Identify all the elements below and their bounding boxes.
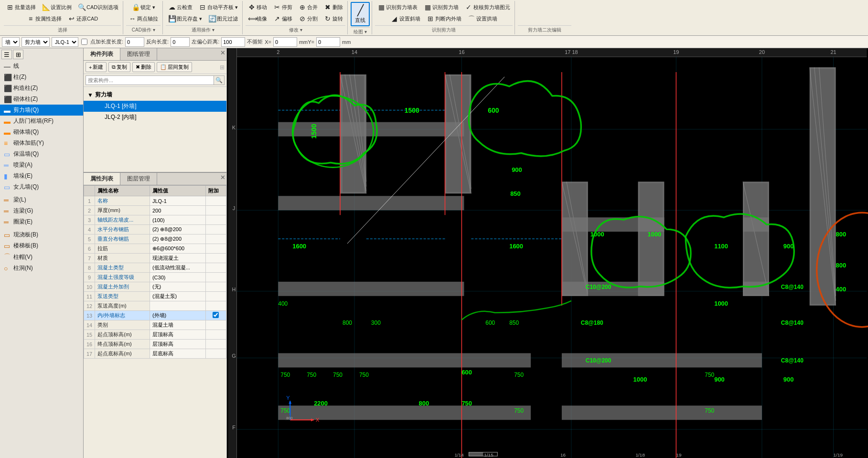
sidebar-list-view-btn[interactable]: ☰	[1, 50, 12, 59]
check-shear-button[interactable]: ✓ 校核剪力墙图元	[462, 2, 513, 12]
jlq-type-select[interactable]: JLQ-1	[52, 37, 78, 47]
prop-extra[interactable]	[205, 234, 226, 244]
tab-layer-mgmt2[interactable]: 图层管理	[120, 173, 157, 185]
prop-name[interactable]: 泵送类型	[95, 292, 150, 301]
prop-extra[interactable]	[205, 282, 226, 292]
tab-attr-list[interactable]: 属性列表	[84, 173, 120, 185]
cad-canvas[interactable]: 2 14 16 17 18 19 20 21 K J H G F	[227, 48, 868, 458]
sidebar-item-wall-stack[interactable]: ▮ 墙垛(E)	[0, 170, 83, 181]
auto-balance-button[interactable]: ⊟ 自动平齐板 ▾	[196, 2, 240, 12]
prop-extra[interactable]	[205, 273, 226, 282]
prop-extra[interactable]	[205, 254, 226, 263]
point-length-input[interactable]	[125, 37, 144, 47]
tab-component-list[interactable]: 构件列表	[84, 48, 120, 60]
prop-extra[interactable]	[205, 215, 226, 225]
left-center-input[interactable]	[221, 37, 245, 47]
prop-value[interactable]: (100)	[150, 215, 205, 225]
tree-node-jlq1[interactable]: JLQ-1 [外墙]	[84, 101, 226, 112]
copy-component-button[interactable]: ⧉ 复制	[108, 62, 130, 72]
sidebar-grid-view-btn[interactable]: ⊞	[13, 50, 23, 59]
trim-button[interactable]: ✂ 停剪	[271, 2, 295, 12]
id-shear-button[interactable]: ▦ 识别剪力墙	[421, 2, 461, 12]
sidebar-item-parapet[interactable]: ▭ 女儿墙(Q)	[0, 181, 83, 192]
set-slope-wall-button[interactable]: ◢ 设置斜墙	[388, 13, 423, 24]
prop-value[interactable]: 200	[150, 206, 205, 215]
sidebar-item-door-frame[interactable]: ▬ 人防门框墙(RF)	[0, 116, 83, 127]
properties-panel-close[interactable]: ✕	[220, 174, 225, 181]
prop-extra[interactable]	[205, 311, 226, 320]
component-panel-close[interactable]: ✕	[220, 49, 225, 56]
two-point-pull-button[interactable]: ↔ 两点轴拉	[126, 13, 161, 24]
sidebar-item-ladder-slab[interactable]: ▭ 楼梯板(B)	[0, 240, 83, 251]
prop-value[interactable]: ⊕6@600*600	[150, 244, 205, 254]
reverse-length-input[interactable]	[171, 37, 190, 47]
prop-name[interactable]: 类别	[95, 320, 150, 330]
mirror-button[interactable]: ⟺ 镜像	[246, 13, 269, 24]
prop-name[interactable]: 混凝土类型	[95, 263, 150, 273]
prop-name[interactable]: 起点底标高(m)	[95, 349, 150, 359]
restore-cad-button[interactable]: ↩ 还原CAD	[65, 13, 100, 24]
prop-extra[interactable]	[205, 340, 226, 349]
sidebar-item-column[interactable]: ⬛ 柱(Z)	[0, 72, 83, 83]
prop-value[interactable]: 现浇混凝土	[150, 254, 205, 263]
sidebar-item-connection[interactable]: ═ 连梁(G)	[0, 205, 83, 216]
tab-layer-mgmt[interactable]: 图纸管理	[120, 48, 157, 60]
prop-name[interactable]: 混凝土强度等级	[95, 273, 150, 282]
prop-value[interactable]: (混凝土泵)	[150, 292, 205, 301]
delete-component-button[interactable]: ✖ 删除	[132, 62, 155, 72]
prop-name[interactable]: 泵送高度(m)	[95, 301, 150, 311]
prop-value[interactable]: 层顶标高	[150, 340, 205, 349]
prop-name[interactable]: 拉筋	[95, 244, 150, 254]
by-attr-select-button[interactable]: ≡ 按属性选择	[24, 13, 64, 24]
straight-line-button[interactable]: ╱ 直线	[351, 2, 370, 26]
sidebar-item-brick-rebar[interactable]: ≡ 砌体加筋(Y)	[0, 138, 83, 149]
wall-type-select[interactable]: 剪力墙	[21, 37, 50, 47]
prop-name[interactable]: 名称	[95, 196, 150, 206]
prop-extra[interactable]	[205, 244, 226, 254]
lock-button[interactable]: 🔒 锁定 ▾	[129, 2, 158, 12]
sidebar-item-cast-slab[interactable]: ▭ 现浇板(B)	[0, 229, 83, 240]
sidebar-item-shear-wall[interactable]: ▬ 剪力墙(Q)	[0, 105, 83, 116]
prop-extra[interactable]	[205, 292, 226, 301]
judge-wall-button[interactable]: ⊞ 判断内外墙	[424, 13, 464, 24]
delete-modify-button[interactable]: ✖ 删除	[321, 2, 345, 12]
prop-name[interactable]: 内/外墙标志	[95, 311, 150, 320]
floor-copy-button[interactable]: 📋 层间复制	[157, 62, 192, 72]
prop-name[interactable]: 垂直分布钢筋	[95, 234, 150, 244]
sidebar-item-column-hole[interactable]: ○ 柱洞(N)	[0, 263, 83, 274]
prop-name[interactable]: 材质	[95, 254, 150, 263]
prop-value[interactable]: (无)	[150, 282, 205, 292]
prop-value[interactable]: (外墙)	[150, 311, 205, 320]
prop-extra[interactable]	[205, 225, 226, 234]
prop-name[interactable]: 水平分布钢筋	[95, 225, 150, 234]
split-button[interactable]: ⊘ 分割	[296, 13, 320, 24]
prop-extra[interactable]	[205, 301, 226, 311]
set-ratio-button[interactable]: 📐 设置比例	[40, 2, 74, 12]
prop-value[interactable]	[150, 301, 205, 311]
prop-extra[interactable]	[205, 349, 226, 359]
component-search-input[interactable]	[86, 75, 214, 85]
new-component-button[interactable]: + 新建	[86, 62, 107, 72]
sidebar-item-slab-frame[interactable]: ⌒ 柱帽(V)	[0, 251, 83, 263]
sidebar-item-struct-column[interactable]: ⬛ 构造柱(Z)	[0, 83, 83, 94]
sidebar-item-brick-wall[interactable]: ▬ 砌体墙(Q)	[0, 127, 83, 138]
merge-button[interactable]: ⊕ 合并	[296, 2, 320, 12]
rotate-button[interactable]: ↻ 旋转	[321, 13, 345, 24]
id-shear-table-button[interactable]: ▦ 识别剪力墙表	[375, 2, 420, 12]
symbol-switch-button[interactable]: 🔄 图元过滤	[206, 13, 240, 24]
tree-node-jlq2[interactable]: JLQ-2 [内墙]	[84, 112, 226, 123]
set-brick-wall-button[interactable]: ⌒ 设置拱墙	[465, 13, 500, 24]
prop-value[interactable]: (2) ⊕8@200	[150, 234, 205, 244]
panel-expand-btn[interactable]: ⊞	[220, 64, 225, 71]
prop-extra[interactable]	[205, 206, 226, 215]
sidebar-item-beam[interactable]: ═ 梁(L)	[0, 194, 83, 205]
prop-name[interactable]: 起点顶标高(m)	[95, 330, 150, 340]
prop-value[interactable]: 混凝土墙	[150, 320, 205, 330]
element-type-select[interactable]: 墙	[2, 37, 20, 47]
sidebar-item-insulation[interactable]: ▭ 保温墙(Q)	[0, 149, 83, 160]
sidebar-item-brick-column[interactable]: ⬛ 砌体柱(Z)	[0, 94, 83, 105]
symbol-store-button[interactable]: 💾 图元存盘 ▾	[166, 13, 204, 24]
prop-name[interactable]: 厚度(mm)	[95, 206, 150, 215]
prop-extra[interactable]	[205, 263, 226, 273]
prop-name[interactable]: 轴线距左墙皮...	[95, 215, 150, 225]
